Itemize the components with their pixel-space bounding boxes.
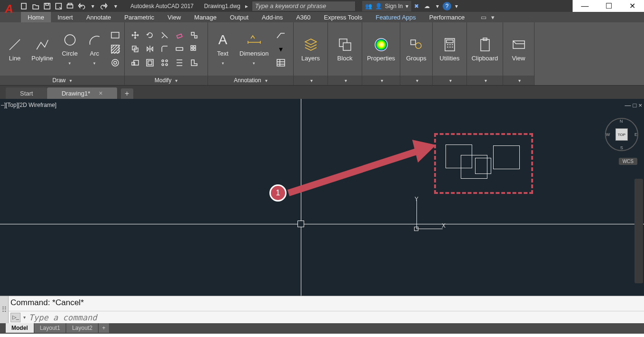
- leader-dropdown-icon[interactable]: ▾: [274, 43, 287, 55]
- line-button[interactable]: Line: [4, 36, 26, 63]
- panel-view-title[interactable]: [503, 76, 534, 85]
- leader-icon[interactable]: [274, 29, 287, 41]
- ribbon-focus-icon[interactable]: ▭: [481, 14, 486, 21]
- tab-expresstools[interactable]: Express Tools: [317, 12, 369, 22]
- command-dropdown-icon[interactable]: ▾: [23, 315, 26, 320]
- navigation-bar[interactable]: [634, 179, 643, 283]
- arrayrect-icon[interactable]: [158, 57, 171, 69]
- open-icon[interactable]: [30, 1, 41, 11]
- new-icon[interactable]: [19, 1, 30, 11]
- viewport-label[interactable]: –][Top][2D Wireframe]: [1, 102, 57, 108]
- circle-button[interactable]: Circle: [59, 31, 81, 67]
- layout-add-button[interactable]: +: [99, 323, 109, 333]
- saveas-icon[interactable]: [53, 1, 64, 11]
- panel-utilities-title[interactable]: [433, 76, 466, 85]
- panel-clipboard-title[interactable]: [467, 76, 503, 85]
- commandline-handle-icon[interactable]: ⠿: [0, 296, 9, 323]
- drawing-canvas[interactable]: –][Top][2D Wireframe] — □ × Y X 1 TOP N …: [0, 99, 644, 296]
- view-button[interactable]: View: [508, 36, 530, 63]
- polyline-button[interactable]: Polyline: [29, 36, 56, 63]
- app-logo-icon[interactable]: A: [0, 0, 18, 18]
- command-input[interactable]: [29, 313, 642, 322]
- ribbon-focus-dropdown-icon[interactable]: ▾: [491, 14, 495, 21]
- panel-modify-title[interactable]: Modify: [125, 76, 208, 85]
- filetab-start[interactable]: Start: [6, 87, 47, 99]
- groups-button[interactable]: Groups: [403, 36, 429, 63]
- tab-annotate[interactable]: Annotate: [79, 12, 118, 22]
- plot-icon[interactable]: [65, 1, 75, 11]
- close-button[interactable]: ✕: [629, 1, 635, 10]
- tab-manage[interactable]: Manage: [188, 12, 223, 22]
- search-input[interactable]: [252, 1, 356, 11]
- utilities-button[interactable]: Utilities: [437, 36, 463, 63]
- hatch-icon[interactable]: [109, 43, 122, 55]
- layers-button[interactable]: Layers: [298, 36, 323, 63]
- maximize-button[interactable]: ☐: [605, 1, 612, 10]
- viewport-minimize-icon[interactable]: —: [625, 102, 631, 109]
- scale-icon[interactable]: [129, 57, 142, 69]
- undo-dropdown-icon[interactable]: ▾: [88, 1, 98, 11]
- array-icon[interactable]: [188, 43, 201, 55]
- viewcube[interactable]: TOP N S W E: [605, 118, 638, 151]
- panel-groups-title[interactable]: [400, 76, 432, 85]
- arc-button[interactable]: Arc: [84, 31, 106, 67]
- panel-block-title[interactable]: [328, 76, 362, 85]
- tab-featuredapps[interactable]: Featured Apps: [369, 12, 423, 22]
- layout-1[interactable]: Layout1: [34, 323, 67, 333]
- a360-dropdown-icon[interactable]: ▾: [432, 1, 443, 11]
- move-icon[interactable]: [129, 29, 142, 41]
- undo-icon[interactable]: [76, 1, 87, 11]
- tab-parametric[interactable]: Parametric: [118, 12, 161, 22]
- viewport-maximize-icon[interactable]: □: [633, 102, 637, 109]
- panel-properties-title[interactable]: [362, 76, 400, 85]
- draw-more-icon[interactable]: [109, 57, 122, 69]
- save-icon[interactable]: [42, 1, 52, 11]
- rectangle-icon[interactable]: [109, 29, 122, 41]
- help-dropdown-icon[interactable]: ▾: [451, 1, 462, 11]
- viewcube-top-face[interactable]: TOP: [615, 128, 628, 141]
- tab-output[interactable]: Output: [223, 12, 255, 22]
- panel-annotation-title[interactable]: Annotation: [208, 76, 293, 85]
- a360-icon[interactable]: ☁: [422, 1, 432, 11]
- explode-icon[interactable]: [188, 29, 201, 41]
- text-button[interactable]: A Text: [212, 31, 234, 67]
- dimension-button[interactable]: Dimension: [237, 31, 271, 67]
- filetab-add-button[interactable]: +: [121, 88, 133, 99]
- tab-view[interactable]: View: [161, 12, 188, 22]
- tab-home[interactable]: Home: [21, 12, 51, 22]
- rotate-icon[interactable]: [143, 29, 157, 41]
- copy-icon[interactable]: [129, 43, 142, 55]
- properties-button[interactable]: Properties: [364, 36, 398, 63]
- signin-button[interactable]: 👥 👤 Sign In ▾: [362, 1, 411, 11]
- filetab-drawing1[interactable]: Drawing1* ×: [47, 87, 117, 99]
- tab-addins[interactable]: Add-ins: [255, 12, 289, 22]
- panel-layers-title[interactable]: [294, 76, 327, 85]
- viewport-close-icon[interactable]: ×: [638, 102, 642, 109]
- offset-icon[interactable]: [143, 57, 157, 69]
- tab-insert[interactable]: Insert: [51, 12, 80, 22]
- tab-a360[interactable]: A360: [289, 12, 317, 22]
- command-prompt-icon[interactable]: ▷_: [10, 313, 20, 322]
- align-icon[interactable]: [173, 57, 186, 69]
- table-icon[interactable]: [274, 57, 287, 69]
- help-icon[interactable]: ?: [443, 2, 451, 10]
- block-button[interactable]: Block: [334, 36, 356, 63]
- panel-draw-title[interactable]: Draw: [0, 76, 124, 85]
- stretch-icon[interactable]: [173, 43, 186, 55]
- layout-model[interactable]: Model: [6, 323, 34, 333]
- clipboard-button[interactable]: Clipboard: [469, 36, 501, 63]
- filetab-close-icon[interactable]: ×: [99, 89, 102, 97]
- erase-icon[interactable]: [173, 29, 186, 41]
- modify-more-icon[interactable]: [188, 57, 201, 69]
- filename-dropdown-icon[interactable]: ▸: [245, 3, 248, 10]
- redo-icon[interactable]: [99, 1, 109, 11]
- minimize-button[interactable]: —: [581, 2, 589, 10]
- layout-2[interactable]: Layout2: [66, 323, 99, 333]
- tab-performance[interactable]: Performance: [423, 12, 471, 22]
- fillet-icon[interactable]: [158, 43, 171, 55]
- mirror-icon[interactable]: [143, 43, 157, 55]
- exchange-icon[interactable]: ✖: [411, 1, 422, 11]
- wcs-badge[interactable]: WCS: [619, 158, 637, 165]
- redo-dropdown-icon[interactable]: ▾: [110, 1, 121, 11]
- trim-icon[interactable]: [158, 29, 171, 41]
